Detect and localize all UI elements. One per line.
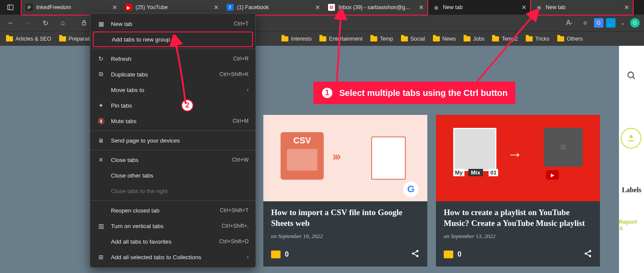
folder-icon	[433, 36, 440, 41]
search-icon[interactable]	[623, 67, 640, 84]
ctx-item-shortcut: Ctrl+T	[234, 21, 249, 27]
comment-icon	[271, 251, 281, 258]
bookmark-folder[interactable]: Tricks	[526, 36, 549, 42]
tab-title: (1) Facebook	[237, 4, 311, 10]
tab-actions-icon[interactable]	[0, 4, 21, 11]
article-card[interactable]: My Mix 01 → ≡ ▶ How to create a playlist…	[436, 115, 600, 267]
ctx-item-label: Turn on vertical tabs	[111, 223, 215, 229]
ctx-item-shortcut: Ctrl+Shift+D	[219, 238, 249, 244]
ctx-reopen-closed-tab[interactable]: Reopen closed tabCtrl+Shift+T	[90, 203, 256, 218]
ext-pocket-icon[interactable]: ⌄	[618, 18, 628, 28]
ctx-new-tab[interactable]: ▦New tabCtrl+T	[90, 16, 256, 32]
annotation-text-1: Select multiple tabs using the Ctrl butt…	[339, 88, 508, 98]
tab-title: New tab	[546, 4, 620, 10]
ctx-item-label: Move tabs to	[111, 87, 241, 93]
ctx-item-icon: ▦	[97, 20, 105, 28]
ctx-duplicate-tabs[interactable]: ⧉Duplicate tabsCtrl+Shift+K	[90, 67, 256, 82]
annotation-callout-1: 1 Select multiple tabs using the Ctrl bu…	[313, 82, 515, 104]
ctx-item-shortcut: Ctrl+W	[232, 157, 249, 163]
refresh-button[interactable]: ↻	[39, 16, 52, 29]
folder-icon	[6, 36, 13, 41]
ctx-refresh[interactable]: ↻RefreshCtrl+R	[90, 51, 256, 67]
ctx-item-label: New tab	[111, 21, 228, 27]
share-icon[interactable]	[411, 249, 420, 260]
user-avatar-icon[interactable]	[621, 128, 641, 149]
bookmark-folder[interactable]: Preparatio	[59, 36, 94, 42]
ctx-item-icon: ✦	[97, 102, 105, 109]
favorite-icon[interactable]: ✧	[578, 16, 591, 29]
bookmark-folder[interactable]: Entertainment	[319, 36, 363, 42]
back-button[interactable]: ←	[4, 16, 17, 29]
share-icon[interactable]	[584, 249, 592, 260]
close-tab-icon[interactable]: ✕	[623, 4, 630, 11]
ctx-item-label: Refresh	[111, 56, 227, 62]
favicon: IF	[26, 4, 33, 11]
ctx-item-icon	[97, 187, 105, 195]
ctx-mute-tabs[interactable]: 🔇Mute tabsCtrl+M	[90, 113, 256, 129]
tab-new-1[interactable]: ▦ New tab ✕	[428, 0, 530, 15]
selected-tabs-group-2: ▦ New tab ✕	[530, 0, 634, 16]
bookmark-folder[interactable]: Others	[557, 36, 583, 42]
close-tab-icon[interactable]: ✕	[418, 4, 425, 11]
tab-youtube[interactable]: ▶ (25) YouTube ✕	[121, 0, 222, 15]
bookmark-folder[interactable]: Articles & SEO	[6, 36, 51, 42]
ctx-item-label: Add all selected tabs to Collections	[111, 254, 241, 260]
ctx-turn-on-vertical-tabs[interactable]: ▥Turn on vertical tabsCtrl+Shift+,	[90, 218, 256, 234]
forward-button: →	[22, 16, 35, 29]
svg-rect-0	[8, 5, 13, 10]
tab-title: InkedFreedom	[36, 4, 108, 10]
ctx-close-other-tabs[interactable]: Close other tabs	[90, 168, 256, 183]
ctx-add-all-tabs-to-favorites[interactable]: Add all tabs to favoritesCtrl+Shift+D	[90, 234, 256, 249]
svg-point-7	[412, 253, 414, 255]
close-tab-icon[interactable]: ✕	[213, 4, 220, 11]
ctx-add-tabs-to-new-group[interactable]: Add tabs to new group	[93, 32, 253, 47]
folder-icon	[370, 36, 377, 41]
close-tab-icon[interactable]: ✕	[111, 4, 118, 11]
ctx-item-label: Reopen closed tab	[111, 207, 214, 214]
ctx-move-tabs-to[interactable]: Move tabs to›	[90, 82, 256, 98]
svg-line-13	[633, 77, 635, 79]
bookmark-label: News	[442, 36, 456, 42]
close-tab-icon[interactable]: ✕	[314, 4, 321, 11]
ctx-add-all-selected-tabs-to-collections[interactable]: ⊞Add all selected tabs to Collections›	[90, 249, 256, 265]
bookmark-folder[interactable]: Temp2	[492, 36, 518, 42]
bookmark-folder[interactable]: Interests	[281, 36, 312, 42]
svg-rect-2	[82, 22, 86, 25]
reading-mode-icon[interactable]: A»	[563, 16, 576, 29]
tab-inkedfreedom[interactable]: IF InkedFreedom ✕	[22, 0, 121, 15]
ext-translate-icon[interactable]: G	[594, 18, 603, 28]
ctx-item-label: Add tabs to new group	[112, 36, 242, 43]
ctx-item-icon	[97, 238, 105, 245]
ext-grammarly-icon[interactable]: G	[630, 18, 640, 28]
comment-count: 0	[285, 251, 289, 258]
ctx-pin-tabs[interactable]: ✦Pin tabs	[90, 98, 256, 113]
bookmark-folder[interactable]: Social	[401, 36, 425, 42]
bookmark-folder[interactable]: Temp	[370, 36, 393, 42]
ext-blue-icon[interactable]	[606, 18, 616, 28]
svg-point-10	[585, 253, 587, 255]
folder-icon	[557, 36, 564, 41]
ctx-close-tabs[interactable]: ✕Close tabsCtrl+W	[90, 152, 256, 168]
tab-strip: IF InkedFreedom ✕ ▶ (25) YouTube ✕ f (1)…	[0, 0, 644, 15]
close-tab-icon[interactable]: ✕	[521, 4, 527, 11]
ctx-send-page-to-your-devices[interactable]: 🖥Send page to your devices	[90, 133, 256, 148]
bookmark-label: Jobs	[473, 36, 484, 42]
home-button[interactable]: ⌂	[56, 16, 69, 29]
sidebar-report-link[interactable]: Report A	[619, 219, 641, 232]
tab-new-2[interactable]: ▦ New tab ✕	[531, 0, 633, 15]
ctx-item-shortcut: Ctrl+M	[233, 118, 249, 124]
favicon: M	[328, 4, 335, 11]
svg-point-8	[417, 255, 419, 257]
ctx-item-label: Add all tabs to favorites	[111, 238, 213, 245]
site-info-icon[interactable]	[78, 16, 91, 29]
bookmark-label: Tricks	[535, 36, 549, 42]
ctx-item-icon: ▥	[97, 222, 105, 230]
bookmark-folder[interactable]: News	[433, 36, 456, 42]
tab-facebook[interactable]: f (1) Facebook ✕	[222, 0, 324, 15]
article-card[interactable]: CSV ››› G How to import a CSV file into …	[263, 115, 427, 267]
ctx-item-icon	[97, 206, 105, 214]
ctx-item-icon	[98, 35, 106, 43]
annotation-badge-1: 1	[321, 87, 333, 99]
bookmark-folder[interactable]: Jobs	[464, 36, 484, 42]
tab-gmail[interactable]: M Inbox (39) - sarbasishon@gmail. ✕	[324, 0, 427, 15]
